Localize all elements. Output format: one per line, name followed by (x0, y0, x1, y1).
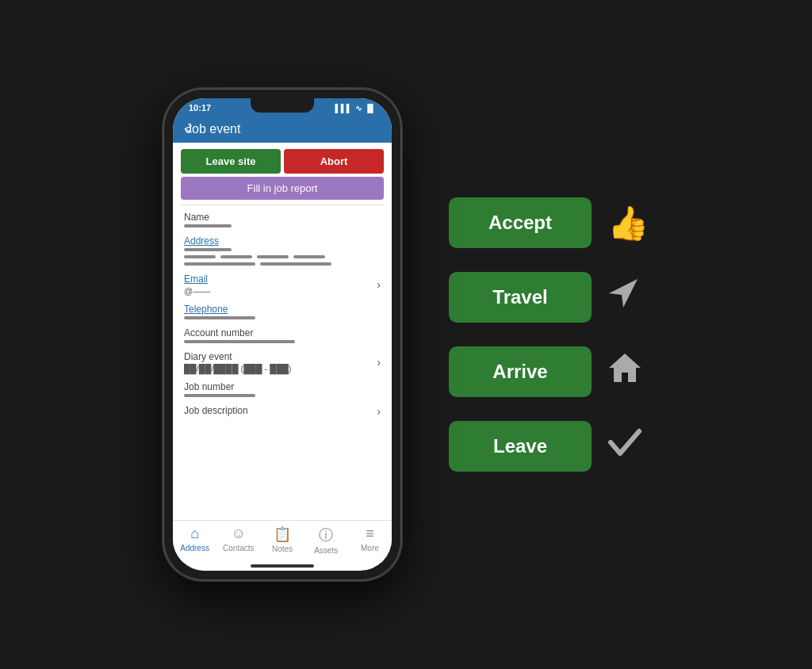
leave-row: Leave (449, 421, 642, 472)
name-label: Name (184, 212, 381, 223)
address-bars (184, 254, 381, 258)
status-icons: ▌▌▌ ∿ ▐▌ (335, 104, 376, 113)
email-value: @—— (184, 286, 210, 296)
assets-nav-icon: ⓘ (319, 526, 333, 545)
email-chevron[interactable]: › (377, 278, 381, 291)
field-job-number: Job number (184, 381, 381, 397)
notes-nav-icon: 📋 (274, 526, 291, 543)
field-account: Account number (184, 327, 381, 343)
scene: 10:17 ▌▌▌ ∿ ▐▌ < Job event Leave site Ab… (147, 73, 665, 596)
nav-assets[interactable]: ⓘ Assets (304, 526, 348, 555)
telephone-bar (184, 316, 255, 319)
field-job-description: Job description › (184, 405, 381, 418)
top-action-row: Leave site Abort (173, 143, 392, 177)
email-label[interactable]: Email (184, 273, 210, 285)
bottom-nav: ⌂ Address ☺ Contacts 📋 Notes ⓘ Assets ≡ (173, 520, 392, 563)
content-area: Name Address (173, 205, 392, 520)
accept-button[interactable]: Accept (449, 197, 592, 248)
right-action-buttons: Accept 👍 Travel Arrive Leave (449, 197, 649, 472)
phone-device: 10:17 ▌▌▌ ∿ ▐▌ < Job event Leave site Ab… (163, 89, 401, 580)
nav-notes[interactable]: 📋 Notes (260, 526, 304, 555)
travel-row: Travel (449, 272, 639, 323)
address-nav-icon: ⌂ (190, 526, 199, 542)
nav-assets-label: Assets (314, 546, 338, 555)
nav-address[interactable]: ⌂ Address (173, 526, 216, 555)
job-description-label: Job description (184, 405, 248, 416)
telephone-label[interactable]: Telephone (184, 304, 381, 315)
leave-button[interactable]: Leave (449, 421, 592, 472)
nav-notes-label: Notes (272, 545, 293, 553)
nav-contacts-label: Contacts (223, 544, 254, 552)
address-bar1 (184, 248, 232, 251)
nav-contacts[interactable]: ☺ Contacts (216, 526, 260, 555)
checkmark-icon (607, 425, 642, 468)
leave-site-button[interactable]: Leave site (181, 149, 281, 174)
job-number-label: Job number (184, 381, 381, 392)
abort-button[interactable]: Abort (284, 149, 384, 174)
battery-icon: ▐▌ (365, 104, 376, 113)
arrive-row: Arrive (449, 346, 642, 397)
phone-screen: 10:17 ▌▌▌ ∿ ▐▌ < Job event Leave site Ab… (173, 98, 392, 571)
app-header: < Job event (173, 116, 392, 143)
travel-button[interactable]: Travel (449, 272, 592, 323)
wifi-icon: ∿ (355, 104, 362, 113)
home-icon (607, 350, 642, 393)
page-title: Job event (186, 122, 240, 136)
status-time: 10:17 (189, 103, 211, 113)
field-telephone: Telephone (184, 304, 381, 319)
nav-more[interactable]: ≡ More (348, 526, 392, 555)
diary-label: Diary event (184, 351, 291, 362)
more-nav-icon: ≡ (366, 526, 374, 542)
thumbs-up-icon: 👍 (607, 204, 649, 243)
address-bars2 (184, 261, 381, 266)
navigation-icon (607, 277, 639, 317)
field-email: Email @—— › (184, 273, 381, 296)
field-diary: Diary event ██/██/████ (███ - ███) › (184, 351, 381, 373)
phone-notch (251, 98, 314, 113)
signal-icon: ▌▌▌ (335, 104, 352, 113)
nav-more-label: More (361, 544, 379, 552)
account-bar (184, 340, 295, 343)
field-name: Name (184, 212, 381, 227)
diary-value: ██/██/████ (███ - ███) (184, 364, 291, 373)
svg-marker-1 (609, 354, 641, 382)
accept-row: Accept 👍 (449, 197, 649, 248)
back-arrow[interactable]: < (184, 121, 193, 138)
arrive-button[interactable]: Arrive (449, 346, 592, 397)
email-row: Email @—— › (184, 273, 381, 296)
address-label[interactable]: Address (184, 235, 381, 247)
job-desc-row: Job description › (184, 405, 381, 418)
contacts-nav-icon: ☺ (232, 526, 246, 542)
name-value-bar (184, 224, 232, 227)
diary-row: Diary event ██/██/████ (███ - ███) › (184, 351, 381, 373)
field-address: Address (184, 235, 381, 266)
diary-chevron[interactable]: › (377, 356, 381, 369)
fill-report-button[interactable]: Fill in job report (181, 177, 384, 200)
nav-address-label: Address (180, 544, 209, 552)
account-label: Account number (184, 327, 381, 338)
job-desc-chevron[interactable]: › (377, 405, 381, 418)
home-bar (251, 564, 314, 568)
job-number-bar (184, 394, 255, 397)
svg-marker-0 (609, 279, 638, 308)
